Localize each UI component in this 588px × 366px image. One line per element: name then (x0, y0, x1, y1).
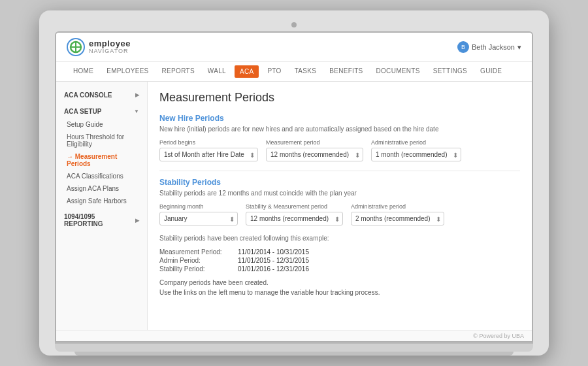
sidebar-heading-aca-setup[interactable]: ACA SETUP ▼ (56, 105, 147, 118)
stability-measurement-select-wrapper: 12 months (recommended) (246, 212, 343, 225)
sidebar-aca-console-label: ACA CONSOLE (64, 92, 112, 99)
nav-item-aca[interactable]: ACA (235, 65, 259, 78)
example-row-measurement: Measurement Period: 11/01/2014 - 10/31/2… (159, 248, 520, 256)
example-label-measurement: Measurement Period: (159, 248, 231, 256)
measurement-period-select[interactable]: 12 months (recommended) (266, 148, 363, 161)
section-divider (159, 171, 520, 171)
nav-item-pto[interactable]: PTO (261, 62, 287, 81)
sidebar-aca-setup-arrow: ▼ (134, 108, 139, 114)
stability-measurement-group: Stability & Measurement period 12 months… (246, 203, 343, 225)
admin-period-label: Administrative period (371, 139, 461, 146)
stability-section-desc: Stability periods are 12 months and must… (159, 190, 520, 197)
stability-admin-period-group: Administrative period 2 months (recommen… (351, 203, 444, 225)
sidebar-item-assign-aca-plans[interactable]: Assign ACA Plans (56, 182, 147, 195)
sidebar-reporting-arrow: ▶ (135, 218, 139, 224)
period-begins-label: Period begins (159, 139, 258, 146)
nav-bar: HOME EMPLOYEES REPORTS WALL ACA PTO TASK… (56, 62, 532, 82)
page-title: Measurement Periods (159, 91, 520, 105)
laptop-screen: employee navigator B Beth Jackson ▾ HOME… (55, 31, 533, 342)
example-row-admin: Admin Period: 11/01/2015 - 12/31/2015 (159, 257, 520, 264)
sidebar-section-aca-setup: ACA SETUP ▼ Setup Guide Hours Threshold … (56, 105, 147, 207)
stability-form-row: Beginning month January Stability & Meas… (159, 203, 520, 225)
example-heading: Stability periods have been created foll… (159, 235, 520, 242)
sidebar-item-measurement-periods[interactable]: Measurement Periods (56, 150, 147, 170)
new-hire-section-desc: New hire (initial) periods are for new h… (159, 125, 520, 133)
logo: employee navigator (67, 38, 131, 56)
measurement-period-select-wrapper: 12 months (recommended) (266, 148, 363, 161)
sidebar-item-aca-classifications[interactable]: ACA Classifications (56, 170, 147, 182)
sidebar-section-aca-console: ACA CONSOLE ▶ (56, 88, 147, 102)
nav-item-wall[interactable]: WALL (201, 62, 233, 81)
measurement-period-label: Measurement period (266, 139, 363, 146)
main-layout: ACA CONSOLE ▶ ACA SETUP ▼ Setup Guide Ho… (56, 82, 532, 330)
user-dropdown-icon: ▾ (517, 43, 521, 52)
example-value-stability: 01/01/2016 - 12/31/2016 (238, 265, 309, 273)
stability-admin-period-select[interactable]: 2 months (recommended) (351, 212, 444, 225)
content-area: Measurement Periods New Hire Periods New… (148, 82, 532, 330)
sidebar: ACA CONSOLE ▶ ACA SETUP ▼ Setup Guide Ho… (56, 82, 148, 330)
new-hire-form-row: Period begins 1st of Month after Hire Da… (159, 139, 520, 161)
beginning-month-group: Beginning month January (159, 203, 238, 225)
admin-period-select[interactable]: 1 month (recommended) (371, 148, 461, 161)
beginning-month-label: Beginning month (159, 203, 238, 210)
stability-section-title: Stability Periods (159, 178, 520, 187)
stability-admin-period-label: Administrative period (351, 203, 444, 210)
nav-item-benefits[interactable]: BENEFITS (323, 62, 369, 81)
company-notice-line1: Company periods have been created. (159, 278, 520, 288)
sidebar-item-hours-threshold[interactable]: Hours Threshold for Eligibility (56, 131, 147, 150)
company-notice-line2: Use the links on the left menu to manage… (159, 288, 520, 297)
sidebar-heading-reporting[interactable]: 1094/1095 REPORTING ▶ (56, 210, 147, 231)
beginning-month-select[interactable]: January (159, 212, 238, 225)
example-label-admin: Admin Period: (159, 257, 231, 264)
nav-item-tasks[interactable]: TASKS (288, 62, 323, 81)
nav-item-home[interactable]: HOME (67, 62, 100, 81)
app-footer: © Powered by UBA (56, 330, 532, 341)
admin-period-group: Administrative period 1 month (recommend… (371, 139, 461, 161)
sidebar-section-reporting: 1094/1095 REPORTING ▶ (56, 210, 147, 231)
app-header: employee navigator B Beth Jackson ▾ (56, 33, 532, 62)
nav-item-guide[interactable]: GUIDE (474, 62, 508, 81)
stability-measurement-select[interactable]: 12 months (recommended) (246, 212, 343, 225)
example-value-measurement: 11/01/2014 - 10/31/2015 (238, 248, 309, 256)
sidebar-item-setup-guide[interactable]: Setup Guide (56, 118, 147, 131)
laptop-frame: employee navigator B Beth Jackson ▾ HOME… (39, 10, 549, 356)
user-name: Beth Jackson (472, 43, 515, 51)
user-avatar: B (457, 41, 469, 53)
example-label-stability: Stability Period: (159, 265, 231, 273)
sidebar-item-assign-safe-harbors[interactable]: Assign Safe Harbors (56, 195, 147, 207)
period-begins-select-wrapper: 1st of Month after Hire Date (159, 148, 258, 161)
logo-navigator: navigator (89, 48, 131, 55)
sidebar-aca-setup-label: ACA SETUP (64, 108, 101, 115)
sidebar-heading-aca-console[interactable]: ACA CONSOLE ▶ (56, 88, 147, 102)
nav-item-employees[interactable]: EMPLOYEES (100, 62, 155, 81)
measurement-period-group: Measurement period 12 months (recommende… (266, 139, 363, 161)
sidebar-aca-console-arrow: ▶ (135, 92, 139, 98)
stability-admin-period-select-wrapper: 2 months (recommended) (351, 212, 444, 225)
powered-by: © Powered by UBA (473, 333, 524, 339)
logo-text: employee navigator (89, 39, 131, 55)
sidebar-reporting-label: 1094/1095 REPORTING (64, 213, 135, 227)
laptop-camera (291, 22, 297, 27)
new-hire-section-title: New Hire Periods (159, 114, 520, 123)
nav-item-settings[interactable]: SETTINGS (427, 62, 474, 81)
example-row-stability: Stability Period: 01/01/2016 - 12/31/201… (159, 265, 520, 273)
nav-item-documents[interactable]: DOCUMENTS (370, 62, 427, 81)
laptop-base (55, 342, 533, 352)
company-notice: Company periods have been created. Use t… (159, 278, 520, 297)
period-begins-group: Period begins 1st of Month after Hire Da… (159, 139, 258, 161)
logo-icon (67, 38, 85, 56)
beginning-month-select-wrapper: January (159, 212, 238, 225)
period-begins-select[interactable]: 1st of Month after Hire Date (159, 148, 258, 161)
logo-employee: employee (89, 39, 131, 48)
nav-item-reports[interactable]: REPORTS (155, 62, 201, 81)
laptop-foot (74, 352, 514, 356)
example-value-admin: 11/01/2015 - 12/31/2015 (238, 257, 309, 264)
admin-period-select-wrapper: 1 month (recommended) (371, 148, 461, 161)
user-menu[interactable]: B Beth Jackson ▾ (457, 41, 521, 53)
example-table: Measurement Period: 11/01/2014 - 10/31/2… (159, 248, 520, 273)
stability-measurement-label: Stability & Measurement period (246, 203, 343, 210)
